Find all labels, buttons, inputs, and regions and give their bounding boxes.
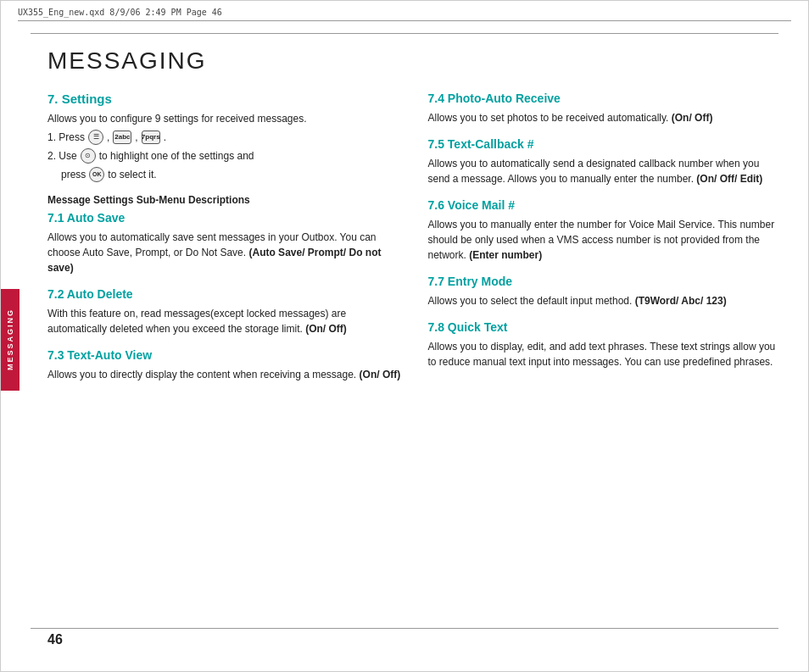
section-7-heading: 7. Settings [47,92,403,106]
page-number: 46 [47,632,63,647]
period: . [164,130,166,145]
step2-line2: press OK to select it. [47,167,403,182]
step2-middle: to highlight one of the settings and [99,148,254,164]
sub-menu-heading: Message Settings Sub-Menu Descriptions [47,194,403,206]
step2-prefix: 2. Use [47,148,77,164]
step2-indent [47,167,58,182]
right-column: 7.4 Photo-Auto Receive Allows you to set… [428,92,784,394]
section-7-1-heading: 7.1 Auto Save [47,211,403,225]
sidebar-label: MESSAGING [6,308,14,370]
icon-2abc: 2abc [113,131,131,144]
section-7-5-body: Allows you to automatically send a desig… [428,156,784,186]
step2-line: 2. Use ⊙ to highlight one of the setting… [47,148,403,164]
section-7-8-heading: 7.8 Quick Text [428,320,784,334]
comma2: , [135,130,137,145]
section-7-4-body: Allows you to set photos to be received … [428,110,784,125]
icon-ok: OK [89,167,104,182]
section-7-3-heading: 7.3 Text-Auto View [47,348,403,362]
icon-menu: ☰ [88,130,103,145]
section-7-body: Allows you to configure 9 settings for r… [47,111,403,182]
icon-nav: ⊙ [81,148,96,164]
step1-line: 1. Press ☰ , 2abc , 7pqrs . [47,130,403,145]
section-7-3-body: Allows you to directly display the conte… [47,367,403,382]
columns-container: 7. Settings Allows you to configure 9 se… [47,92,783,394]
section-7-6-body: Allows you to manually enter the number … [428,217,784,263]
section-7-2-body: With this feature on, read messages(exce… [47,306,403,336]
step2-press: press [61,167,86,182]
page-title: MESSAGING [47,47,783,75]
comma1: , [107,130,109,145]
section-7-8-body: Allows you to display, edit, and add tex… [428,339,784,369]
step2-suffix: to select it. [108,167,156,182]
section-7-1-body: Allows you to automatically save sent me… [47,230,403,275]
section-7-7-heading: 7.7 Entry Mode [428,275,784,288]
section-7-5-heading: 7.5 Text-Callback # [428,137,784,151]
bottom-divider [31,628,778,629]
main-content: MESSAGING 7. Settings Allows you to conf… [47,39,783,625]
section-7-4-heading: 7.4 Photo-Auto Receive [428,92,784,105]
page-container: UX355_Eng_new.qxd 8/9/06 2:49 PM Page 46… [0,0,809,672]
left-column: 7. Settings Allows you to configure 9 se… [47,92,403,394]
section-7-6-heading: 7.6 Voice Mail # [428,198,784,212]
top-divider [31,33,778,34]
sidebar-tab: MESSAGING [1,289,20,391]
step1-text: 1. Press [47,130,85,145]
header-bar: UX355_Eng_new.qxd 8/9/06 2:49 PM Page 46 [18,8,791,21]
section-7-7-body: Allows you to select the default input m… [428,293,784,308]
section-7-2-heading: 7.2 Auto Delete [47,287,403,301]
file-info: UX355_Eng_new.qxd 8/9/06 2:49 PM Page 46 [18,8,222,17]
icon-7pqrs: 7pqrs [142,131,160,144]
